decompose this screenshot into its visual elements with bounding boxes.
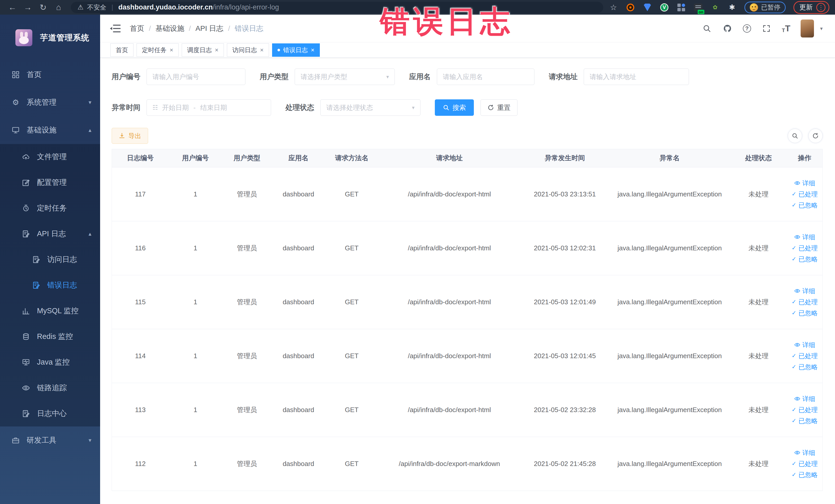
request-url-input[interactable]: 请输入请求地址 <box>584 68 689 85</box>
error-time-range-picker[interactable]: ☷ 开始日期 - 结束日期 <box>147 99 271 116</box>
extensions-puzzle-icon[interactable]: ✱ <box>728 3 737 12</box>
search-button[interactable]: 搜索 <box>435 99 474 116</box>
action-processed-link[interactable]: ✓已处理 <box>792 244 817 253</box>
user-avatar[interactable] <box>801 20 814 38</box>
user-type-select[interactable]: 请选择用户类型▾ <box>295 68 395 85</box>
cell-user-id: 1 <box>169 275 222 329</box>
cell-request-url: /api/infra/db-doc/export-html <box>378 383 521 437</box>
action-processed-link[interactable]: ✓已处理 <box>792 298 817 306</box>
cell-error-time: 2021-05-03 23:13:51 <box>521 167 609 221</box>
action-ignored-link[interactable]: ✓已忽略 <box>792 309 817 317</box>
close-icon[interactable]: × <box>311 46 314 54</box>
github-icon[interactable] <box>722 23 733 34</box>
sidebar-item-home[interactable]: 首页 <box>0 61 100 88</box>
not-secure-label: 不安全 <box>87 3 106 12</box>
help-icon[interactable]: ? <box>743 24 751 33</box>
browser-update-button[interactable]: 更新 ⋮ <box>793 1 829 14</box>
action-detail-link[interactable]: 详细 <box>794 179 815 187</box>
paused-extension-pill[interactable]: 已暂停 <box>745 2 786 13</box>
user-id-input[interactable]: 请输入用户编号 <box>147 68 245 85</box>
app-name-input[interactable]: 请输入应用名 <box>437 68 534 85</box>
cell-exception-name: java.lang.IllegalArgumentException <box>609 329 730 383</box>
browser-reload-icon[interactable]: ↻ <box>37 3 50 12</box>
action-detail-link[interactable]: 详细 <box>794 448 815 457</box>
browser-back-icon[interactable]: ← <box>6 3 19 12</box>
tab-home[interactable]: 首页 <box>110 43 134 57</box>
table-row: 1121管理员dashboardGET/api/infra/db-doc/exp… <box>112 437 822 491</box>
font-size-icon[interactable]: TT <box>782 23 790 33</box>
bookmark-star-icon[interactable]: ☆ <box>610 3 617 12</box>
action-processed-link[interactable]: ✓已处理 <box>792 190 817 199</box>
cell-process-status: 未处理 <box>730 275 787 329</box>
edit-square-icon <box>22 178 30 187</box>
close-icon[interactable]: × <box>170 46 173 54</box>
process-status-select[interactable]: 请选择处理状态▾ <box>320 99 421 116</box>
tab-access-log[interactable]: 访问日志× <box>227 43 269 57</box>
sidebar-item-file-management[interactable]: 文件管理 <box>0 144 100 170</box>
sidebar-item-error-log[interactable]: 错误日志 <box>0 273 100 298</box>
action-ignored-link[interactable]: ✓已忽略 <box>792 201 817 209</box>
monitor-icon <box>11 126 20 135</box>
sidebar-item-scheduled-jobs[interactable]: 定时任务 <box>0 195 100 221</box>
tab-error-log[interactable]: 错误日志× <box>272 43 320 57</box>
collapse-sidebar-icon[interactable] <box>110 24 121 33</box>
check-icon: ✓ <box>792 407 796 412</box>
action-processed-link[interactable]: ✓已处理 <box>792 460 817 468</box>
cell-log-id: 113 <box>112 383 169 437</box>
reset-button[interactable]: 重置 <box>481 99 517 116</box>
table-row: 1161管理员dashboardGET/api/infra/db-doc/exp… <box>112 221 822 275</box>
sidebar-item-api-log[interactable]: API 日志 ▴ <box>0 221 100 247</box>
error-time-label: 异常时间 <box>111 103 140 113</box>
sidebar-item-redis-monitor[interactable]: Redis 监控 <box>0 324 100 349</box>
browser-home-icon[interactable]: ⌂ <box>52 3 65 12</box>
cell-operations: 详细✓已处理✓已忽略 <box>787 167 822 221</box>
action-detail-link[interactable]: 详细 <box>794 341 815 349</box>
breadcrumb-api-log[interactable]: API 日志 <box>196 24 224 33</box>
tab-scheduled-jobs[interactable]: 定时任务× <box>137 43 179 57</box>
action-ignored-link[interactable]: ✓已忽略 <box>792 471 817 479</box>
browser-forward-icon[interactable]: → <box>21 3 34 12</box>
action-ignored-link[interactable]: ✓已忽略 <box>792 417 817 425</box>
action-detail-link[interactable]: 详细 <box>794 395 815 403</box>
extension-leaf-icon[interactable]: ✿ <box>711 3 720 12</box>
export-button[interactable]: 导出 <box>111 128 148 144</box>
app-logo-row[interactable]: 芋道管理系统 <box>0 15 100 61</box>
sidebar-item-access-log[interactable]: 访问日志 <box>0 247 100 273</box>
fullscreen-icon[interactable] <box>761 23 772 34</box>
browser-menu-kebab-icon[interactable]: ⋮ <box>816 3 826 12</box>
extension-shield-icon[interactable] <box>643 3 652 12</box>
refresh-button[interactable] <box>808 129 823 143</box>
action-detail-link[interactable]: 详细 <box>794 233 815 241</box>
sidebar-item-dev-tools[interactable]: 研发工具 ▾ <box>0 426 100 454</box>
sidebar-item-config-management[interactable]: 配置管理 <box>0 170 100 195</box>
avatar-caret-icon[interactable]: ▾ <box>820 25 823 32</box>
sidebar-item-infra[interactable]: 基础设施 ▴ <box>0 116 100 144</box>
sidebar-item-mysql-monitor[interactable]: MySQL 监控 <box>0 298 100 324</box>
extension-switch-icon[interactable]: on <box>694 3 703 12</box>
cell-process-status: 未处理 <box>730 167 787 221</box>
action-ignored-link[interactable]: ✓已忽略 <box>792 363 817 371</box>
search-icon[interactable] <box>702 23 712 34</box>
action-processed-link[interactable]: ✓已处理 <box>792 352 817 360</box>
extension-orange-icon[interactable] <box>626 3 635 12</box>
close-icon[interactable]: × <box>215 46 219 54</box>
cell-operations: 详细✓已处理✓已忽略 <box>787 221 822 275</box>
toggle-search-button[interactable] <box>788 129 802 143</box>
action-ignored-link[interactable]: ✓已忽略 <box>792 255 817 263</box>
sidebar-item-trace[interactable]: 链路追踪 <box>0 375 100 401</box>
cell-request-url: /api/infra/db-doc/export-html <box>378 167 521 221</box>
extension-green-icon[interactable]: V <box>660 3 669 12</box>
sidebar-item-log-center[interactable]: 日志中心 <box>0 401 100 426</box>
tab-dispatch-log[interactable]: 调度日志× <box>182 43 224 57</box>
sidebar-item-system[interactable]: ⚙ 系统管理 ▾ <box>0 88 100 116</box>
sidebar-item-java-monitor[interactable]: Java 监控 <box>0 349 100 375</box>
action-detail-link[interactable]: 详细 <box>794 287 815 295</box>
close-icon[interactable]: × <box>260 46 264 54</box>
address-bar[interactable]: ⚠ 不安全 | dashboard.yudao.iocoder.cn/infra… <box>71 2 603 13</box>
gear-icon: ⚙ <box>11 98 20 107</box>
breadcrumb-infra[interactable]: 基础设施 <box>156 24 184 33</box>
extension-grid-icon[interactable] <box>677 3 686 12</box>
breadcrumb-home[interactable]: 首页 <box>130 24 144 33</box>
active-tab-dot <box>278 49 280 52</box>
action-processed-link[interactable]: ✓已处理 <box>792 406 817 414</box>
